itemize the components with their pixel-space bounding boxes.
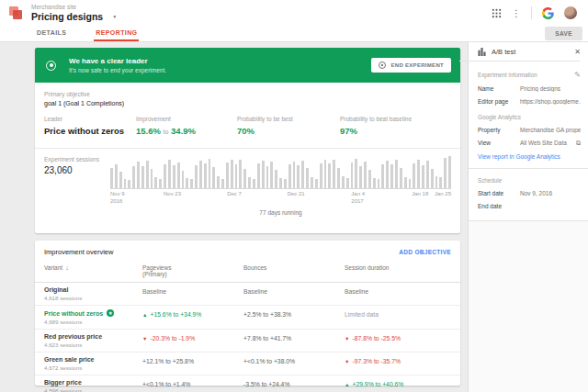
improvement-table-body: Original4,618 sessionsBaselineBaselineBa… bbox=[35, 283, 460, 392]
table-row[interactable]: Bigger price4,598 sessions+<0.1% to +1.4… bbox=[35, 375, 460, 392]
session-bar bbox=[195, 165, 198, 188]
prob-beat-value: 97% bbox=[340, 126, 451, 136]
variant-sessions: 4,623 sessions bbox=[44, 342, 142, 348]
variant-name: Price without zeros★ bbox=[44, 309, 142, 317]
external-link-icon[interactable]: ⧉ bbox=[576, 140, 581, 147]
property-value: Merchandise GA property bbox=[520, 127, 581, 133]
view-value: All Web Site Data bbox=[520, 140, 574, 146]
session-bar bbox=[212, 167, 215, 188]
session-bar bbox=[337, 168, 340, 188]
leader-value: Price without zeros bbox=[44, 126, 136, 136]
session-bar bbox=[381, 164, 384, 188]
metric-cell: Baseline bbox=[243, 286, 345, 295]
session-bar bbox=[288, 164, 291, 188]
axis-tick-label: Jan 42017 bbox=[351, 191, 365, 206]
session-bar bbox=[333, 160, 335, 189]
end-date-label: End date bbox=[478, 203, 520, 209]
optimize-logo-icon[interactable] bbox=[9, 6, 22, 19]
stop-icon bbox=[379, 62, 386, 69]
leader-label: Leader bbox=[44, 116, 136, 122]
metric-cell: Baseline bbox=[142, 286, 243, 295]
session-bar bbox=[297, 165, 300, 188]
google-logo-icon[interactable] bbox=[542, 7, 554, 19]
panel-title: A/B test bbox=[492, 48, 515, 56]
table-row[interactable]: Red previous price4,623 sessions▼-20.3% … bbox=[35, 329, 460, 352]
editor-page-label: Editor page bbox=[478, 98, 520, 105]
session-bar bbox=[400, 168, 402, 188]
session-bar bbox=[359, 166, 362, 189]
days-running-caption: 77 days running bbox=[110, 209, 451, 216]
table-row[interactable]: Original4,618 sessionsBaselineBaselineBa… bbox=[35, 283, 460, 305]
session-bar bbox=[324, 160, 327, 188]
metric-cell: +12.1% to +25.8% bbox=[142, 356, 243, 364]
session-bar bbox=[137, 162, 140, 188]
metric-cell: ▼-87.8% to -25.5% bbox=[345, 333, 451, 342]
session-bar bbox=[209, 159, 211, 188]
metric-cell: +<0.1% to +38.0% bbox=[243, 356, 345, 364]
session-bar bbox=[301, 161, 304, 188]
tab-reporting[interactable]: REPORTING bbox=[94, 26, 139, 41]
start-date-label: Start date bbox=[478, 190, 520, 196]
metric-cell: -3.5% to +24.4% bbox=[243, 379, 345, 387]
variant-sessions: 4,618 sessions bbox=[44, 295, 142, 301]
end-experiment-button[interactable]: END EXPERIMENT bbox=[371, 58, 451, 73]
session-bar bbox=[431, 169, 434, 188]
column-pageviews[interactable]: Pageviews(Primary) bbox=[142, 264, 243, 277]
axis-tick-label: Nov 23 bbox=[164, 191, 181, 198]
session-bar bbox=[342, 176, 345, 188]
tab-details[interactable]: DETAILS bbox=[35, 26, 68, 41]
column-variant[interactable]: Variant↓ bbox=[44, 264, 142, 277]
add-objective-link[interactable]: ADD OBJECTIVE bbox=[399, 249, 451, 255]
session-bar bbox=[199, 161, 202, 188]
session-bar bbox=[417, 160, 420, 189]
session-bar bbox=[119, 172, 122, 188]
leader-summary-card: We have a clear leader It's now safe to … bbox=[35, 48, 460, 233]
session-bar bbox=[159, 179, 162, 189]
banner-title: We have a clear leader bbox=[69, 57, 166, 65]
session-bar bbox=[409, 179, 412, 189]
session-bar bbox=[355, 159, 357, 188]
session-bar bbox=[231, 160, 233, 189]
close-icon[interactable]: ✕ bbox=[574, 48, 581, 56]
user-avatar[interactable] bbox=[564, 6, 577, 19]
session-bar bbox=[448, 156, 451, 188]
trend-down-icon: ▼ bbox=[345, 359, 349, 364]
session-bar bbox=[110, 168, 113, 188]
save-button[interactable]: SAVE bbox=[545, 27, 582, 40]
apps-grid-icon[interactable] bbox=[492, 8, 502, 18]
session-bar bbox=[262, 161, 265, 188]
column-bounces[interactable]: Bounces bbox=[243, 264, 345, 277]
tab-bar: DETAILS REPORTING SAVE bbox=[0, 26, 588, 42]
app-header: Merchandise site Pricing designs ▼ ⋮ bbox=[0, 0, 588, 26]
view-report-link[interactable]: View report in Google Analytics bbox=[478, 153, 581, 160]
session-bar bbox=[173, 165, 175, 188]
panel-empty-area bbox=[469, 220, 588, 392]
sessions-axis: Nov 92016Nov 23Dec 7Dec 21Jan 42017Jan 1… bbox=[110, 191, 451, 207]
table-row[interactable]: Green sale price4,672 sessions+12.1% to … bbox=[35, 352, 460, 375]
axis-tick-label: Nov 92016 bbox=[110, 191, 125, 206]
session-bar bbox=[204, 163, 207, 188]
edit-pencil-icon[interactable]: ✎ bbox=[574, 71, 581, 79]
session-bar bbox=[146, 161, 149, 188]
divider bbox=[469, 168, 588, 169]
session-bar bbox=[279, 178, 282, 188]
session-bar bbox=[186, 178, 188, 188]
sessions-label: Experiment sessions bbox=[44, 156, 110, 162]
report-main: We have a clear leader It's now safe to … bbox=[0, 42, 468, 392]
column-session-duration[interactable]: Session duration bbox=[345, 264, 451, 277]
session-bar bbox=[390, 164, 393, 188]
more-menu-icon[interactable]: ⋮ bbox=[512, 8, 521, 18]
banner-subtitle: It's now safe to end your experiment. bbox=[69, 67, 166, 73]
table-row[interactable]: Price without zeros★4,689 sessions▲+15.6… bbox=[35, 305, 460, 329]
clear-leader-banner: We have a clear leader It's now safe to … bbox=[35, 48, 460, 83]
session-bar bbox=[115, 164, 118, 188]
axis-tick-label: Dec 21 bbox=[288, 191, 305, 198]
sort-arrow-icon: ↓ bbox=[65, 264, 69, 271]
experiment-title-dropdown[interactable]: Pricing designs ▼ bbox=[31, 12, 117, 22]
chevron-down-icon: ▼ bbox=[112, 15, 117, 19]
variant-name: Green sale price bbox=[44, 356, 142, 363]
improvement-overview-card: Improvement overview ADD OBJECTIVE Varia… bbox=[35, 241, 460, 386]
session-bar bbox=[439, 177, 442, 188]
improvement-value: 15.6% to 34.9% bbox=[136, 126, 237, 136]
ab-test-icon bbox=[478, 48, 486, 56]
